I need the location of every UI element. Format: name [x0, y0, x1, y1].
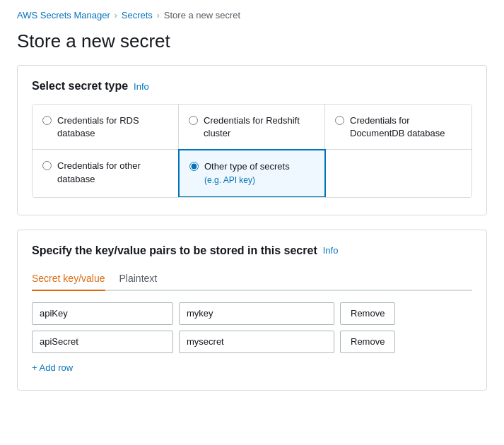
radio-docdb[interactable]: [335, 116, 344, 125]
radio-other-type[interactable]: [189, 162, 199, 171]
add-row-link[interactable]: + Add row: [32, 362, 73, 373]
option-other-type-label: Other type of secrets (e.g. API key): [204, 160, 290, 186]
option-docdb-label: Credentials for DocumentDB database: [350, 114, 462, 140]
tab-plaintext[interactable]: Plaintext: [119, 267, 158, 291]
option-other-type[interactable]: Other type of secrets (e.g. API key): [178, 149, 326, 197]
option-other-type-sub: (e.g. API key): [204, 175, 255, 185]
breadcrumb-sep-2: ›: [157, 11, 160, 20]
secret-type-options-grid: Credentials for RDS database Credentials…: [32, 104, 472, 198]
page-title: Store a new secret: [0, 28, 504, 65]
option-docdb[interactable]: Credentials for DocumentDB database: [324, 104, 472, 150]
kv-tabs: Secret key/value Plaintext: [32, 267, 472, 291]
secret-type-card: Select secret type Info Credentials for …: [17, 65, 487, 215]
kv-value-1[interactable]: [179, 302, 334, 325]
secret-type-info-link[interactable]: Info: [134, 81, 149, 92]
option-rds-label: Credentials for RDS database: [57, 114, 169, 140]
radio-rds[interactable]: [42, 116, 52, 125]
kv-section-title: Specify the key/value pairs to be stored…: [32, 244, 472, 257]
option-other-db[interactable]: Credentials for other database: [32, 149, 180, 197]
radio-redshift[interactable]: [189, 116, 198, 125]
kv-title-text: Specify the key/value pairs to be stored…: [32, 244, 317, 257]
kv-row-1: Remove: [32, 302, 472, 325]
tab-secret-kv[interactable]: Secret key/value: [32, 267, 105, 291]
option-empty: [324, 149, 472, 197]
secret-type-section-title: Select secret type Info: [32, 80, 472, 93]
option-redshift[interactable]: Credentials for Redshift cluster: [178, 104, 326, 150]
kv-row-2: Remove: [32, 331, 472, 353]
option-redshift-label: Credentials for Redshift cluster: [204, 114, 315, 140]
remove-btn-1[interactable]: Remove: [340, 302, 395, 325]
kv-key-1[interactable]: [32, 302, 173, 325]
secret-type-title-text: Select secret type: [32, 80, 128, 93]
radio-other-db[interactable]: [42, 161, 52, 170]
kv-rows: Remove Remove: [32, 302, 472, 353]
breadcrumb-current: Store a new secret: [164, 10, 240, 20]
option-other-db-label: Credentials for other database: [57, 160, 169, 185]
breadcrumb-secrets[interactable]: Secrets: [122, 10, 153, 20]
remove-btn-2[interactable]: Remove: [340, 331, 395, 353]
kv-key-2[interactable]: [32, 331, 173, 353]
breadcrumb-sep-1: ›: [115, 11, 117, 20]
kv-value-2[interactable]: [179, 331, 334, 353]
kv-card: Specify the key/value pairs to be stored…: [17, 230, 487, 391]
option-rds[interactable]: Credentials for RDS database: [32, 104, 180, 150]
kv-info-link[interactable]: Info: [323, 245, 339, 256]
breadcrumb-aws-secrets-manager[interactable]: AWS Secrets Manager: [17, 10, 110, 20]
breadcrumb: AWS Secrets Manager › Secrets › Store a …: [0, 0, 504, 28]
